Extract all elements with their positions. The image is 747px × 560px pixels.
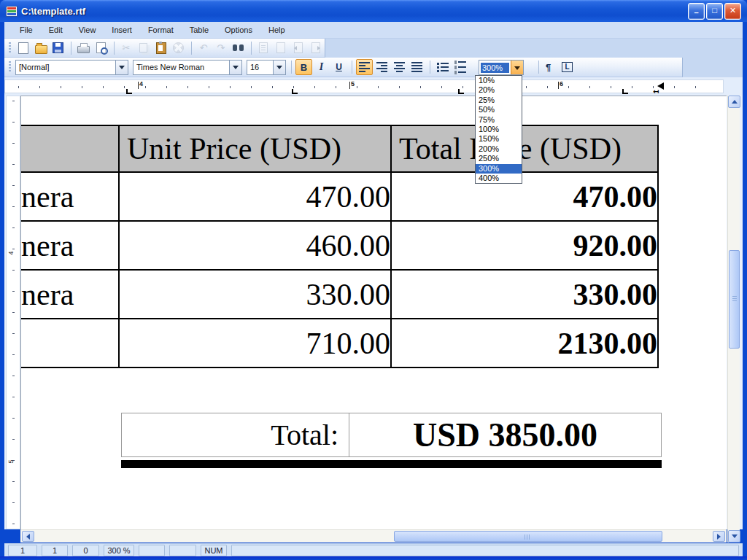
redo-button[interactable]: ↷ xyxy=(212,40,229,56)
zoom-option-20[interactable]: 20% xyxy=(476,85,522,95)
menu-help[interactable]: Help xyxy=(260,23,293,36)
underline-button[interactable]: U xyxy=(330,59,347,75)
vertical-scrollbar[interactable] xyxy=(727,96,740,542)
header-cell-total-price[interactable]: Total Price (USD) xyxy=(391,125,658,172)
style-combo[interactable]: [Normal] xyxy=(15,60,128,75)
chevron-down-icon[interactable] xyxy=(511,61,523,74)
zoom-option-75[interactable]: 75% xyxy=(476,115,522,125)
italic-button[interactable]: I xyxy=(313,59,330,75)
align-left-button[interactable] xyxy=(356,59,373,75)
vertical-scroll-thumb[interactable] xyxy=(729,250,740,349)
item-name-fragment[interactable]: nera xyxy=(21,270,119,319)
minimize-button[interactable]: – xyxy=(688,3,705,20)
font-size-combo[interactable]: 16 xyxy=(247,60,286,75)
cut-button[interactable]: ✂ xyxy=(118,40,135,56)
unit-price-cell[interactable]: 710.00 xyxy=(119,319,391,368)
menu-view[interactable]: View xyxy=(71,23,104,36)
chevron-down-icon[interactable] xyxy=(273,61,285,74)
zoom-option-100[interactable]: 100% xyxy=(476,125,522,134)
new-document-button[interactable] xyxy=(15,40,32,56)
chevron-down-icon[interactable] xyxy=(115,61,128,74)
unit-price-cell[interactable]: 470.00 xyxy=(119,172,391,221)
item-name-fragment[interactable]: nera xyxy=(21,172,119,221)
zoom-option-150[interactable]: 150% xyxy=(476,134,522,144)
align-right-button[interactable] xyxy=(374,59,390,75)
font-value[interactable]: Times New Roman xyxy=(133,63,229,71)
copy-button[interactable] xyxy=(135,40,152,56)
print-preview-button[interactable] xyxy=(93,40,109,56)
unit-price-cell[interactable]: 460.00 xyxy=(119,221,391,270)
total-price-cell[interactable]: 2130.00 xyxy=(391,319,658,368)
find-button[interactable] xyxy=(230,40,247,56)
horizontal-scroll-thumb[interactable] xyxy=(394,531,662,542)
item-name-fragment[interactable]: nera xyxy=(21,221,119,270)
tab-stop-marker[interactable] xyxy=(458,89,464,94)
style-value[interactable]: [Normal] xyxy=(16,63,115,71)
vertical-ruler[interactable]: 4 5 xyxy=(6,96,20,529)
undo-button[interactable]: ↶ xyxy=(196,40,212,56)
zoom-option-250[interactable]: 250% xyxy=(476,154,522,163)
status-zoom[interactable]: 300 % xyxy=(104,545,134,556)
scroll-left-button[interactable] xyxy=(22,531,34,542)
horizontal-ruler[interactable]: 4 5 6 ↤ xyxy=(4,79,724,93)
zoom-option-25[interactable]: 25% xyxy=(476,96,522,105)
delete-button[interactable] xyxy=(170,40,187,56)
toolbar-drag-handle[interactable] xyxy=(9,42,11,54)
chevron-down-icon[interactable] xyxy=(229,61,241,74)
right-tab-marker[interactable]: ↤ xyxy=(653,88,659,96)
zoom-value[interactable]: 300% xyxy=(481,63,509,73)
total-price-cell[interactable]: 920.00 xyxy=(391,221,658,270)
bold-button[interactable]: B xyxy=(295,59,312,75)
tab-stop-marker[interactable] xyxy=(622,89,628,94)
scroll-down-button[interactable] xyxy=(728,530,740,542)
menu-file[interactable]: File xyxy=(12,23,41,36)
formatting-marks-button[interactable]: ¶ xyxy=(540,59,557,75)
titlebar[interactable]: C:\template.rtf – □ ✕ xyxy=(0,0,747,22)
menu-edit[interactable]: Edit xyxy=(41,23,71,36)
total-value[interactable]: USD 3850.00 xyxy=(349,413,661,456)
chevron-right-icon xyxy=(717,534,724,540)
numbered-list-button[interactable] xyxy=(452,59,468,75)
menu-table[interactable]: Table xyxy=(182,23,217,36)
page-copy-button[interactable] xyxy=(273,40,290,56)
header-cell-unit-price[interactable]: Unit Price (USD) xyxy=(119,125,391,172)
total-label[interactable]: Total: xyxy=(122,413,349,456)
save-button[interactable] xyxy=(50,40,66,56)
zoom-option-200[interactable]: 200% xyxy=(476,144,522,154)
unit-price-cell[interactable]: 330.00 xyxy=(119,270,391,319)
align-center-button[interactable] xyxy=(391,59,408,75)
scroll-up-button[interactable] xyxy=(728,96,740,108)
close-button[interactable]: ✕ xyxy=(724,3,741,20)
page-edit-button[interactable] xyxy=(255,40,272,56)
font-combo[interactable]: Times New Roman xyxy=(133,60,242,75)
menu-insert[interactable]: Insert xyxy=(104,23,140,36)
horizontal-scrollbar[interactable] xyxy=(20,529,727,542)
print-button[interactable] xyxy=(75,40,92,56)
zoom-option-400[interactable]: 400% xyxy=(476,174,522,183)
zoom-option-50[interactable]: 50% xyxy=(476,105,522,114)
justify-button[interactable] xyxy=(409,59,425,75)
tab-stop-marker[interactable] xyxy=(126,89,132,94)
font-size-value[interactable]: 16 xyxy=(247,63,273,71)
maximize-button[interactable]: □ xyxy=(706,3,723,20)
zoom-option-10[interactable]: 10% xyxy=(476,76,522,85)
header-cell-item[interactable] xyxy=(21,125,119,172)
zoom-option-300-selected[interactable]: 300% xyxy=(476,164,522,174)
zoom-combo[interactable]: 300% xyxy=(479,60,524,75)
total-price-cell[interactable]: 330.00 xyxy=(391,270,658,319)
bullet-list-button[interactable] xyxy=(434,59,451,75)
open-button[interactable] xyxy=(33,40,50,56)
toolbar-drag-handle[interactable] xyxy=(9,61,11,73)
page-next-button[interactable] xyxy=(307,40,324,56)
page-previous-button[interactable] xyxy=(290,40,306,56)
tab-stop-marker[interactable] xyxy=(292,89,298,94)
item-name-fragment[interactable] xyxy=(21,319,119,368)
document-page[interactable]: Unit Price (USD) Total Price (USD) nera … xyxy=(20,96,727,529)
total-price-cell[interactable]: 470.00 xyxy=(391,172,658,221)
underline-icon: U xyxy=(336,62,342,72)
menu-options[interactable]: Options xyxy=(217,23,260,36)
menu-format[interactable]: Format xyxy=(140,23,182,36)
scroll-right-button[interactable] xyxy=(713,531,725,542)
object-mode-button[interactable]: L xyxy=(559,59,576,75)
paste-button[interactable] xyxy=(152,40,169,56)
